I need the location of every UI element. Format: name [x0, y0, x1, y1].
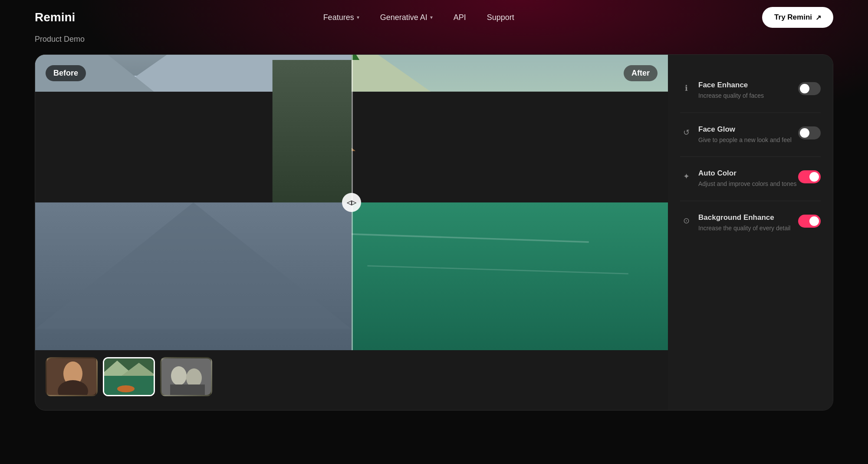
auto-color-toggle[interactable]: [798, 170, 821, 183]
controls-panel: ℹ Face Enhance Increase quality of faces…: [668, 55, 833, 410]
control-background-enhance: ⊙ Background Enhance Increase the qualit…: [680, 201, 821, 245]
try-remini-button[interactable]: Try Remini ↗: [762, 7, 833, 28]
svg-rect-40: [170, 384, 205, 396]
auto-color-icon: ✦: [680, 170, 692, 182]
demo-container: Before After ◁▷: [35, 54, 833, 411]
before-label: Before: [46, 65, 86, 81]
auto-color-desc: Adjust and improve colors and tones: [698, 180, 798, 189]
svg-point-38: [171, 366, 187, 385]
thumbnail-portrait[interactable]: [46, 357, 98, 396]
navigation: Remini Features ▾ Generative AI ▾ API Su…: [0, 0, 868, 35]
main-content: Product Demo: [0, 35, 868, 411]
chevron-down-icon: ▾: [430, 14, 433, 20]
svg-rect-8: [273, 60, 352, 219]
section-label: Product Demo: [35, 35, 833, 44]
thumbnail-lake[interactable]: [103, 357, 155, 396]
control-face-glow: ↺ Face Glow Give to people a new look an…: [680, 113, 821, 157]
background-enhance-title: Background Enhance: [698, 213, 798, 222]
face-glow-desc: Give to people a new look and feel: [698, 136, 798, 145]
toggle-slider: [798, 82, 821, 95]
control-face-enhance: ℹ Face Enhance Increase quality of faces: [680, 69, 821, 113]
control-auto-color: ✦ Auto Color Adjust and improve colors a…: [680, 157, 821, 201]
image-compare-section: Before After ◁▷: [35, 55, 668, 410]
face-enhance-toggle[interactable]: [798, 82, 821, 95]
external-link-icon: ↗: [815, 13, 821, 22]
compare-wrapper[interactable]: Before After ◁▷: [35, 55, 668, 350]
nav-link-support[interactable]: Support: [487, 13, 514, 22]
toggle-slider: [798, 170, 821, 183]
face-enhance-icon: ℹ: [680, 82, 692, 94]
face-glow-toggle[interactable]: [798, 126, 821, 139]
toggle-slider: [798, 126, 821, 139]
arrows-icon: ◁▷: [347, 199, 356, 206]
face-glow-title: Face Glow: [698, 125, 798, 134]
face-enhance-desc: Increase quality of faces: [698, 92, 798, 100]
toggle-slider: [798, 215, 821, 228]
nav-link-api[interactable]: API: [454, 13, 466, 22]
background-enhance-desc: Increase the quality of every detail: [698, 224, 798, 233]
compare-drag-handle[interactable]: ◁▷: [342, 193, 361, 212]
after-label: After: [624, 65, 658, 81]
face-enhance-title: Face Enhance: [698, 81, 798, 89]
background-enhance-icon: ⊙: [680, 215, 692, 227]
chevron-down-icon: ▾: [357, 14, 359, 20]
svg-point-36: [117, 385, 135, 392]
logo: Remini: [35, 10, 75, 24]
thumbnail-vintage[interactable]: [160, 357, 212, 396]
nav-link-features[interactable]: Features ▾: [323, 13, 359, 22]
background-enhance-toggle[interactable]: [798, 215, 821, 228]
face-glow-icon: ↺: [680, 126, 692, 139]
nav-links: Features ▾ Generative AI ▾ API Support: [323, 13, 514, 22]
nav-link-generative-ai[interactable]: Generative AI ▾: [380, 13, 433, 22]
auto-color-title: Auto Color: [698, 169, 798, 178]
thumbnails-row: [35, 350, 668, 403]
